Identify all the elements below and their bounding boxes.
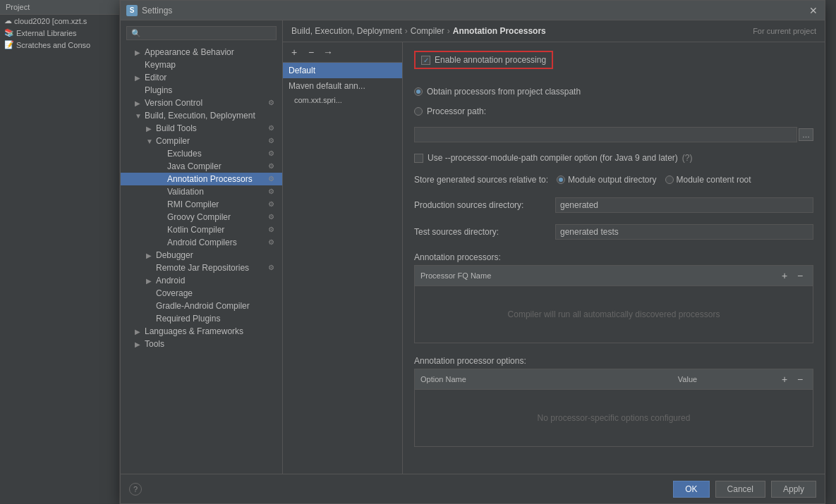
annotation-processors-label: Annotation processors: — [414, 252, 813, 262]
processor-fq-name-header: Processor FQ Name — [420, 271, 491, 280]
profile-subitem-com[interactable]: com.xxt.spri... — [283, 94, 402, 106]
breadcrumb-sep1: › — [405, 26, 408, 36]
gear-icon: ⚙ — [268, 124, 277, 133]
no-options-message: No processor-specific options configured — [538, 413, 691, 423]
close-button[interactable]: ✕ — [808, 5, 819, 16]
apply-button[interactable]: Apply — [771, 481, 816, 498]
content-root-label: Module content root — [677, 175, 751, 185]
arrow-icon: ▼ — [135, 112, 142, 120]
obtain-processors-radio[interactable] — [414, 87, 423, 96]
production-sources-label: Production sources directory: — [414, 200, 555, 210]
add-processor-button[interactable]: + — [777, 269, 792, 283]
enable-annotation-box: ✓ Enable annotation processing — [414, 51, 553, 69]
module-output-radio[interactable] — [557, 176, 565, 184]
remove-option-button[interactable]: − — [793, 372, 807, 386]
ide-tree-external: 📚 External Libraries — [0, 27, 119, 39]
test-sources-input[interactable] — [555, 224, 813, 240]
processor-module-path-row: Use --processor-module-path compiler opt… — [414, 153, 813, 163]
split-pane: + − → Default Maven default ann... com.x… — [283, 42, 825, 474]
gear-icon: ⚙ — [268, 226, 277, 234]
sidebar-item-validation[interactable]: Validation ⚙ — [121, 185, 282, 198]
arrow-icon: ▼ — [146, 137, 153, 145]
browse-button[interactable]: … — [799, 128, 813, 141]
sidebar-item-android[interactable]: ▶ Android — [121, 274, 282, 287]
content-root-radio[interactable] — [665, 176, 674, 184]
ide-project-title: Project — [0, 0, 119, 15]
breadcrumb-path: Build, Execution, Deployment › Compiler … — [291, 26, 546, 36]
profiles-toolbar: + − → — [283, 42, 402, 63]
arrow-icon: ▶ — [135, 99, 142, 107]
sidebar-item-tools[interactable]: ▶ Tools — [121, 338, 282, 350]
arrow-icon: ▶ — [135, 49, 142, 56]
sidebar-item-appearance[interactable]: ▶ Appearance & Behavior — [121, 46, 282, 59]
obtain-processors-row: Obtain processors from project classpath — [414, 87, 813, 97]
sidebar-item-java-compiler[interactable]: Java Compiler ⚙ — [121, 160, 282, 173]
content-area: Build, Execution, Deployment › Compiler … — [283, 20, 825, 474]
profile-item-maven[interactable]: Maven default ann... — [283, 78, 402, 94]
processor-path-input[interactable] — [414, 127, 797, 142]
remove-processor-button[interactable]: − — [793, 269, 807, 283]
sidebar-item-groovy-compiler[interactable]: Groovy Compiler ⚙ — [121, 211, 282, 223]
help-button[interactable]: ? — [129, 483, 142, 496]
sidebar-item-build-execution[interactable]: ▼ Build, Execution, Deployment — [121, 109, 282, 122]
gear-icon: ⚙ — [268, 238, 277, 247]
add-profile-button[interactable]: + — [287, 45, 301, 59]
sidebar-item-version-control[interactable]: ▶ Version Control ⚙ — [121, 97, 282, 109]
breadcrumb-build: Build, Execution, Deployment — [291, 26, 402, 36]
sidebar-item-editor[interactable]: ▶ Editor — [121, 71, 282, 84]
no-processors-message: Compiler will run all automatically disc… — [508, 309, 720, 319]
option-name-header: Option Name — [420, 375, 466, 383]
arrow-icon: ▶ — [146, 125, 153, 133]
processor-module-path-checkbox[interactable] — [414, 154, 423, 163]
profile-item-default[interactable]: Default — [283, 63, 402, 78]
gear-icon: ⚙ — [268, 264, 277, 272]
sidebar-item-languages[interactable]: ▶ Languages & Frameworks — [121, 325, 282, 338]
annotation-options-body: No processor-specific options configured — [415, 390, 813, 446]
enable-annotation-label: Enable annotation processing — [435, 55, 546, 65]
sidebar-item-excludes[interactable]: Excludes ⚙ — [121, 147, 282, 160]
test-sources-label: Test sources directory: — [414, 227, 555, 237]
sidebar-item-build-tools[interactable]: ▶ Build Tools ⚙ — [121, 122, 282, 135]
search-input[interactable] — [126, 26, 277, 40]
ide-tree-cloud2020: ☁ cloud2020 [com.xzt.s — [0, 15, 119, 27]
sidebar-item-kotlin-compiler[interactable]: Kotlin Compiler ⚙ — [121, 223, 282, 236]
add-option-button[interactable]: + — [777, 372, 792, 386]
sidebar-item-keymap[interactable]: Keymap — [121, 59, 282, 71]
sidebar-item-compiler[interactable]: ▼ Compiler ⚙ — [121, 135, 282, 147]
store-generated-row: Store generated sources relative to: Mod… — [414, 175, 813, 185]
gear-icon: ⚙ — [268, 175, 277, 183]
copy-profile-button[interactable]: → — [321, 45, 335, 59]
enable-annotation-checkbox[interactable]: ✓ — [421, 56, 430, 65]
sidebar-item-annotation-processors[interactable]: Annotation Processors ⚙ — [121, 173, 282, 185]
arrow-icon: ▶ — [146, 252, 153, 259]
module-output-label: Module output directory — [568, 175, 656, 185]
gear-icon: ⚙ — [268, 137, 277, 145]
remove-profile-button[interactable]: − — [304, 45, 318, 59]
sidebar-item-android-compilers[interactable]: Android Compilers ⚙ — [121, 236, 282, 249]
search-box — [121, 23, 282, 43]
ide-left-panel: Project ☁ cloud2020 [com.xzt.s 📚 Externa… — [0, 0, 120, 504]
breadcrumb-compiler: Compiler — [411, 26, 444, 36]
settings-icon: S — [126, 5, 138, 16]
sidebar-item-coverage[interactable]: Coverage — [121, 287, 282, 300]
breadcrumb-sep2: › — [447, 26, 450, 36]
sidebar-item-remote-jar[interactable]: Remote Jar Repositories ⚙ — [121, 262, 282, 274]
processor-path-row: Processor path: — [414, 106, 813, 116]
sidebar-item-required-plugins[interactable]: Required Plugins — [121, 312, 282, 325]
production-sources-input[interactable] — [555, 197, 813, 213]
ok-button[interactable]: OK — [673, 481, 709, 498]
module-output-dir-option: Module output directory — [557, 175, 656, 185]
cancel-button[interactable]: Cancel — [715, 481, 765, 498]
breadcrumb: Build, Execution, Deployment › Compiler … — [283, 20, 825, 42]
arrow-icon: ▶ — [135, 340, 142, 348]
arrow-icon: ▶ — [146, 277, 153, 285]
store-generated-label: Store generated sources relative to: — [414, 175, 548, 185]
sidebar-item-debugger[interactable]: ▶ Debugger — [121, 249, 282, 262]
obtain-processors-label: Obtain processors from project classpath — [427, 87, 581, 97]
sidebar-item-gradle-android[interactable]: Gradle-Android Compiler — [121, 300, 282, 312]
processor-path-radio[interactable] — [414, 107, 423, 116]
sidebar-item-plugins[interactable]: Plugins — [121, 84, 282, 97]
sidebar-item-rmi-compiler[interactable]: RMI Compiler ⚙ — [121, 198, 282, 211]
settings-sidebar: ▶ Appearance & Behavior Keymap ▶ Editor … — [121, 20, 283, 474]
processor-path-label: Processor path: — [427, 106, 486, 116]
